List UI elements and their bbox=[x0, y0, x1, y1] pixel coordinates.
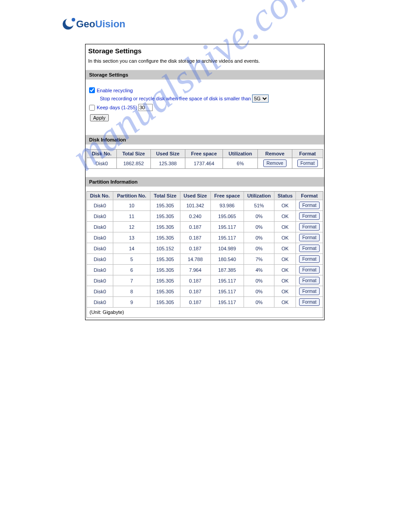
partition-cell: OK bbox=[274, 222, 296, 232]
page-description: In this section you can configure the di… bbox=[86, 56, 324, 70]
partition-cell: 0% bbox=[244, 297, 274, 308]
partition-cell: OK bbox=[274, 232, 296, 243]
partition-cell: 195.305 bbox=[150, 211, 180, 222]
partition-cell: 0% bbox=[244, 275, 274, 286]
partition-cell: 195.117 bbox=[210, 297, 244, 308]
partition-cell: 0.240 bbox=[180, 211, 210, 222]
format-button[interactable]: Format bbox=[299, 212, 320, 220]
partition-cell: 7 bbox=[113, 275, 150, 286]
partition-cell: Disk0 bbox=[87, 211, 113, 222]
disk-cell: 1862.852 bbox=[117, 158, 150, 169]
disk-header: Remove bbox=[258, 150, 292, 158]
partition-cell: OK bbox=[274, 265, 296, 275]
partition-cell: OK bbox=[274, 200, 296, 211]
partition-cell: 13 bbox=[113, 232, 150, 243]
partition-cell: 0% bbox=[244, 243, 274, 254]
logo-text: GeoUision bbox=[76, 18, 125, 30]
partition-cell: OK bbox=[274, 297, 296, 308]
disk-header: Free space bbox=[185, 150, 223, 158]
partition-cell: 93.986 bbox=[210, 200, 244, 211]
format-button[interactable]: Format bbox=[299, 298, 320, 306]
disk-header: Disk No. bbox=[87, 150, 117, 158]
partition-cell: 0.187 bbox=[180, 286, 210, 297]
apply-button[interactable]: Apply bbox=[90, 114, 109, 121]
partition-cell: 0.187 bbox=[180, 297, 210, 308]
table-row: Disk012195.3050.187195.1170%OKFormat bbox=[87, 222, 323, 232]
partition-header: Format bbox=[295, 192, 323, 200]
partition-cell: 0.187 bbox=[180, 275, 210, 286]
partition-cell: 195.117 bbox=[210, 275, 244, 286]
partition-cell: 8 bbox=[113, 286, 150, 297]
page-title: Storage Settings bbox=[86, 44, 324, 56]
partition-cell: 101.342 bbox=[180, 200, 210, 211]
section-storage-settings: Storage Settings bbox=[86, 70, 324, 80]
partition-cell: 195.305 bbox=[150, 222, 180, 232]
disk-info-table: Disk No.Total SizeUsed SizeFree spaceUti… bbox=[86, 149, 323, 169]
format-button[interactable]: Format bbox=[299, 245, 320, 252]
partition-header: Status bbox=[274, 192, 296, 200]
partition-cell: 11 bbox=[113, 211, 150, 222]
keep-days-input[interactable] bbox=[138, 104, 153, 111]
partition-cell: 0% bbox=[244, 222, 274, 232]
logo-crescent-icon bbox=[63, 18, 75, 30]
format-button[interactable]: Format bbox=[299, 234, 320, 241]
format-button[interactable]: Format bbox=[299, 277, 320, 284]
partition-cell: 9 bbox=[113, 297, 150, 308]
partition-cell: 0% bbox=[244, 286, 274, 297]
partition-cell: Disk0 bbox=[87, 222, 113, 232]
partition-header: Utilization bbox=[244, 192, 274, 200]
partition-cell: 0% bbox=[244, 211, 274, 222]
partition-cell: 105.152 bbox=[150, 243, 180, 254]
partition-cell: 187.385 bbox=[210, 265, 244, 275]
table-row: Disk08195.3050.187195.1170%OKFormat bbox=[87, 286, 323, 297]
partition-cell: Disk0 bbox=[87, 243, 113, 254]
free-space-select[interactable]: 5G bbox=[252, 94, 269, 103]
enable-recycling-checkbox[interactable] bbox=[89, 87, 95, 93]
partition-cell: 195.305 bbox=[150, 275, 180, 286]
partition-cell: 195.305 bbox=[150, 232, 180, 243]
partition-cell: Disk0 bbox=[87, 275, 113, 286]
partition-cell: 195.117 bbox=[210, 222, 244, 232]
partition-cell: 51% bbox=[244, 200, 274, 211]
partition-cell: 0.187 bbox=[180, 222, 210, 232]
partition-cell: 195.065 bbox=[210, 211, 244, 222]
keep-days-label: Keep days (1-255) bbox=[97, 105, 137, 110]
enable-recycling-label: Enable recycling bbox=[97, 88, 133, 93]
partition-cell: 5 bbox=[113, 254, 150, 265]
partition-cell: 195.305 bbox=[150, 265, 180, 275]
table-row: Disk09195.3050.187195.1170%OKFormat bbox=[87, 297, 323, 308]
partition-header: Free space bbox=[210, 192, 244, 200]
unit-note: (Unit: Gigabyte) bbox=[87, 308, 323, 317]
table-row: Disk010195.305101.34293.98651%OKFormat bbox=[87, 200, 323, 211]
disk-cell: 6% bbox=[223, 158, 258, 169]
partition-cell: Disk0 bbox=[87, 254, 113, 265]
partition-cell: 6 bbox=[113, 265, 150, 275]
partition-cell: 10 bbox=[113, 200, 150, 211]
format-button[interactable]: Format bbox=[297, 159, 318, 167]
partition-cell: 180.540 bbox=[210, 254, 244, 265]
remove-button[interactable]: Remove bbox=[263, 159, 286, 167]
disk-header: Used Size bbox=[150, 150, 185, 158]
format-button[interactable]: Format bbox=[299, 202, 320, 209]
logo-text-vision: Uision bbox=[95, 18, 125, 30]
partition-cell: Disk0 bbox=[87, 200, 113, 211]
partition-cell: 0.187 bbox=[180, 243, 210, 254]
keep-days-checkbox[interactable] bbox=[89, 105, 95, 111]
table-row: Disk01862.852125.3881737.4646%RemoveForm… bbox=[87, 158, 323, 169]
format-button[interactable]: Format bbox=[299, 266, 320, 274]
partition-cell: 12 bbox=[113, 222, 150, 232]
format-button[interactable]: Format bbox=[299, 255, 320, 263]
partition-cell: 195.117 bbox=[210, 286, 244, 297]
partition-info-table-wrap: Disk No.Partition No.Total SizeUsed Size… bbox=[86, 191, 323, 318]
partition-header: Disk No. bbox=[87, 192, 113, 200]
partition-cell: OK bbox=[274, 275, 296, 286]
format-button[interactable]: Format bbox=[299, 287, 320, 295]
logo-text-geo: Geo bbox=[76, 18, 95, 30]
stop-recording-text: Stop recording or recycle disk when free… bbox=[100, 96, 251, 101]
disk-header: Total Size bbox=[117, 150, 150, 158]
partition-cell: OK bbox=[274, 286, 296, 297]
disk-cell: Disk0 bbox=[87, 158, 117, 169]
format-button[interactable]: Format bbox=[299, 223, 320, 231]
logo: GeoUision bbox=[63, 18, 411, 30]
partition-cell: 195.305 bbox=[150, 286, 180, 297]
